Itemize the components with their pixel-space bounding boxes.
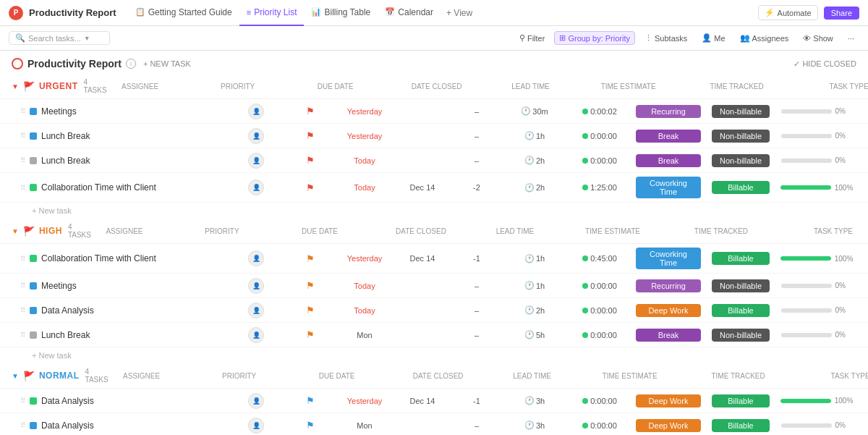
- time-estimate-cell[interactable]: 🕐 1h: [502, 254, 567, 263]
- time-estimate-cell[interactable]: 🕐 3h: [502, 396, 567, 405]
- time-tracked-cell[interactable]: 0:00:00: [567, 282, 632, 290]
- task-type-cell[interactable]: Coworking Time: [632, 248, 705, 269]
- drag-handle-icon[interactable]: ⠿: [20, 184, 25, 192]
- billing-cell[interactable]: Non-billable: [705, 105, 777, 118]
- billing-cell[interactable]: Non-billable: [705, 329, 777, 342]
- table-row[interactable]: ⠿ Data Analysis 👤 ⚑ Today – 🕐 2h 0:00: [0, 298, 868, 323]
- table-row[interactable]: ⠿ Lunch Break 👤 ⚑ Yesterday – 🕐 1h 0:: [0, 124, 868, 148]
- progress-cell[interactable]: 0%: [777, 132, 856, 140]
- due-date-cell[interactable]: Today: [336, 282, 393, 290]
- priority-cell[interactable]: ⚑: [285, 280, 336, 291]
- table-row[interactable]: ⠿ Lunch Break 👤 ⚑ Today – 🕐 2h 0:00:0: [0, 148, 868, 173]
- time-tracked-cell[interactable]: 0:00:00: [567, 331, 632, 339]
- time-estimate-cell[interactable]: 🕐 1h: [502, 281, 567, 290]
- subtasks-button[interactable]: ⋮ Subtasks: [639, 31, 692, 45]
- due-date-cell[interactable]: Today: [336, 306, 393, 315]
- expand-icon-high[interactable]: ▼: [12, 227, 19, 235]
- time-estimate-cell[interactable]: 🕐 2h: [502, 183, 567, 193]
- drag-handle-icon[interactable]: ⠿: [20, 397, 25, 405]
- due-date-cell[interactable]: Yesterday: [336, 254, 393, 263]
- task-type-cell[interactable]: Recurring: [632, 105, 705, 118]
- drag-handle-icon[interactable]: ⠿: [20, 132, 25, 140]
- table-row[interactable]: ⠿ Data Analysis 👤 ⚑ Mon – 🕐 3h 0:00:0: [0, 413, 868, 435]
- filter-button[interactable]: ⚲ Filter: [514, 31, 550, 45]
- drag-handle-icon[interactable]: ⠿: [20, 421, 25, 429]
- time-estimate-cell[interactable]: 🕐 2h: [502, 305, 567, 315]
- task-type-cell[interactable]: Deep Work: [632, 419, 705, 432]
- drag-handle-icon[interactable]: ⠿: [20, 107, 25, 115]
- search-box[interactable]: 🔍 Search tasks... ▼: [9, 31, 110, 45]
- priority-cell[interactable]: ⚑: [285, 130, 336, 141]
- table-row[interactable]: ⠿ Lunch Break 👤 ⚑ Mon – 🕐 5h 0:00:00: [0, 323, 868, 347]
- progress-cell[interactable]: 100%: [777, 397, 856, 405]
- tab-priority-list[interactable]: ≡ Priority List: [239, 0, 305, 26]
- table-row[interactable]: ⠿ Collaboration Time with Client 👤 ⚑ Yes…: [0, 244, 868, 274]
- priority-cell[interactable]: ⚑: [285, 182, 336, 193]
- task-type-cell[interactable]: Deep Work: [632, 304, 705, 317]
- task-type-cell[interactable]: Break: [632, 329, 705, 342]
- due-date-cell[interactable]: Today: [336, 156, 393, 165]
- new-task-urgent-button[interactable]: + New task: [0, 203, 868, 219]
- new-task-high-button[interactable]: + New task: [0, 347, 868, 363]
- time-tracked-cell[interactable]: 0:00:02: [567, 107, 632, 116]
- group-button[interactable]: ⊞ Group by: Priority: [554, 31, 635, 45]
- time-tracked-cell[interactable]: 0:00:00: [567, 306, 632, 315]
- time-tracked-cell[interactable]: 0:00:00: [567, 397, 632, 405]
- task-type-cell[interactable]: Coworking Time: [632, 177, 705, 198]
- billing-cell[interactable]: Billable: [705, 419, 777, 432]
- time-estimate-cell[interactable]: 🕐 30m: [502, 106, 567, 116]
- assignees-button[interactable]: 👥 Assignees: [735, 31, 794, 45]
- tab-calendar[interactable]: 📅 Calendar: [378, 0, 441, 26]
- billing-cell[interactable]: Billable: [705, 394, 777, 407]
- time-tracked-cell[interactable]: 0:00:00: [567, 132, 632, 140]
- expand-icon-normal[interactable]: ▼: [12, 372, 19, 380]
- assignee-cell[interactable]: 👤: [227, 303, 285, 318]
- time-estimate-cell[interactable]: 🕐 5h: [502, 330, 567, 339]
- add-view-button[interactable]: + View: [441, 8, 478, 18]
- billing-cell[interactable]: Billable: [705, 252, 777, 265]
- table-row[interactable]: ⠿ Data Analysis 👤 ⚑ Yesterday Dec 14 -1 …: [0, 389, 868, 413]
- progress-cell[interactable]: 0%: [777, 421, 856, 429]
- tab-getting-started[interactable]: 📋 Getting Started Guide: [128, 0, 239, 26]
- assignee-cell[interactable]: 👤: [227, 128, 285, 144]
- progress-cell[interactable]: 0%: [777, 282, 856, 290]
- tab-billing[interactable]: 📊 Billing Table: [304, 0, 378, 26]
- automate-button[interactable]: ⚡ Automate: [758, 5, 818, 20]
- priority-cell[interactable]: ⚑: [285, 305, 336, 316]
- due-date-cell[interactable]: Today: [336, 183, 393, 192]
- assignee-cell[interactable]: 👤: [227, 180, 285, 195]
- priority-cell[interactable]: ⚑: [285, 155, 336, 166]
- billing-cell[interactable]: Billable: [705, 304, 777, 317]
- me-button[interactable]: 👤 Me: [697, 31, 730, 45]
- expand-icon-urgent[interactable]: ▼: [12, 83, 19, 90]
- assignee-cell[interactable]: 👤: [227, 327, 285, 343]
- time-estimate-cell[interactable]: 🕐 3h: [502, 421, 567, 430]
- time-tracked-cell[interactable]: 0:45:00: [567, 254, 632, 263]
- drag-handle-icon[interactable]: ⠿: [20, 156, 25, 164]
- drag-handle-icon[interactable]: ⠿: [20, 331, 25, 339]
- priority-cell[interactable]: ⚑: [285, 253, 336, 264]
- drag-handle-icon[interactable]: ⠿: [20, 255, 25, 263]
- progress-cell[interactable]: 0%: [777, 107, 856, 115]
- billing-cell[interactable]: Billable: [705, 181, 777, 194]
- assignee-cell[interactable]: 👤: [227, 153, 285, 169]
- table-row[interactable]: ⠿ Meetings 👤 ⚑ Yesterday – 🕐 30m 0:00: [0, 99, 868, 124]
- due-date-cell[interactable]: Yesterday: [336, 132, 393, 140]
- time-tracked-cell[interactable]: 0:00:00: [567, 156, 632, 165]
- info-icon[interactable]: i: [126, 59, 136, 69]
- show-button[interactable]: 👁 Show: [798, 32, 838, 45]
- hide-closed-button[interactable]: ✓ HIDE CLOSED: [793, 59, 856, 69]
- due-date-cell[interactable]: Mon: [336, 331, 393, 339]
- assignee-cell[interactable]: 👤: [227, 418, 285, 434]
- priority-cell[interactable]: ⚑: [285, 420, 336, 431]
- priority-cell[interactable]: ⚑: [285, 106, 336, 117]
- task-type-cell[interactable]: Break: [632, 154, 705, 167]
- progress-cell[interactable]: 0%: [777, 331, 856, 339]
- assignee-cell[interactable]: 👤: [227, 393, 285, 409]
- time-tracked-cell[interactable]: 0:00:00: [567, 421, 632, 430]
- table-row[interactable]: ⠿ Meetings 👤 ⚑ Today – 🕐 1h 0:00:00: [0, 274, 868, 298]
- due-date-cell[interactable]: Yesterday: [336, 107, 393, 116]
- task-type-cell[interactable]: Recurring: [632, 279, 705, 292]
- assignee-cell[interactable]: 👤: [227, 278, 285, 294]
- billing-cell[interactable]: Non-billable: [705, 130, 777, 143]
